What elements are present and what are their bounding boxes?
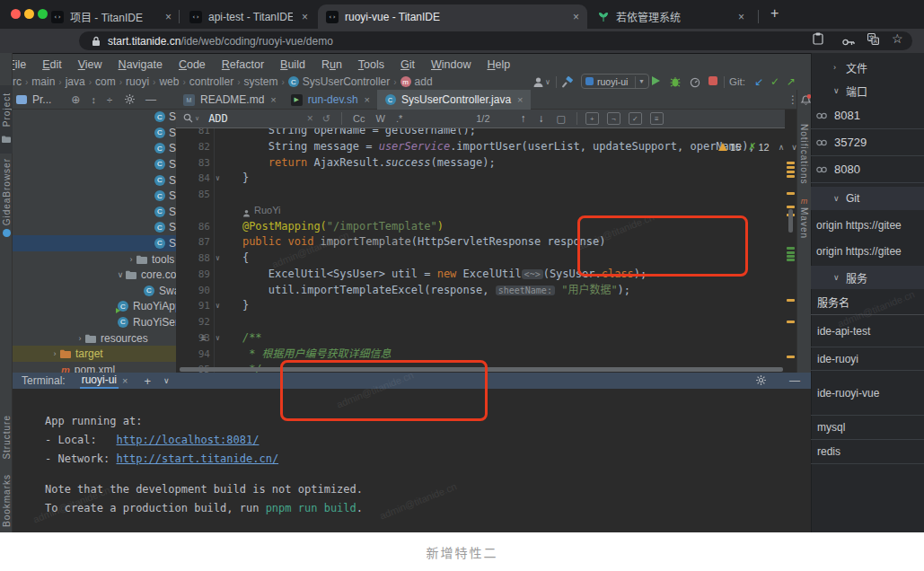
tree-item-RuoYiSer[interactable]: CRuoYiSer	[13, 314, 176, 330]
terminal-tab[interactable]: ruoyi-ui	[80, 373, 119, 389]
fold-marker-icon[interactable]: ∨	[216, 330, 220, 347]
menu-code[interactable]: Code	[171, 58, 214, 71]
breadcrumb-item[interactable]: main	[31, 75, 55, 88]
port-row[interactable]: 35729	[811, 129, 924, 156]
build-hammer-icon[interactable]	[562, 75, 575, 92]
breadcrumb-item[interactable]: ruoyi	[126, 75, 149, 88]
editor-tab[interactable]: ▶run-dev.sh×	[284, 90, 377, 110]
tree-item-tools[interactable]: ›tools	[13, 251, 176, 268]
toolwindow-maven[interactable]: Maven	[799, 207, 809, 239]
words-toggle[interactable]: W	[376, 113, 385, 124]
git-commit-icon[interactable]: ✓	[770, 75, 779, 88]
terminal-settings-gear-icon[interactable]	[756, 373, 766, 389]
fold-marker-icon[interactable]: ∨	[216, 171, 220, 187]
section-git[interactable]: ∨Git	[811, 187, 924, 210]
tree-class-row[interactable]: CS	[13, 235, 176, 251]
close-tab-icon[interactable]: ×	[564, 11, 579, 23]
more-options-icon[interactable]: ⋮	[788, 93, 798, 106]
match-case-toggle[interactable]: Cc	[353, 113, 365, 124]
translate-icon[interactable]: 文A	[867, 32, 879, 48]
menu-build[interactable]: Build	[272, 58, 313, 71]
find-clear-icon[interactable]: ×	[307, 112, 313, 125]
run-button[interactable]	[652, 76, 660, 85]
close-tab-icon[interactable]: ×	[156, 11, 172, 23]
key-icon[interactable]	[842, 34, 855, 50]
tree-class-row[interactable]: CS	[13, 172, 176, 189]
menu-git[interactable]: Git	[392, 58, 423, 71]
browser-tab[interactable]: ‹›api-test - TitanIDE×	[181, 4, 316, 29]
find-filter-icon[interactable]: +	[585, 112, 599, 125]
find-filter-icon[interactable]: ¬	[607, 112, 620, 125]
close-tab-icon[interactable]: ×	[729, 11, 744, 23]
terminal-link[interactable]: http://start.titanide.cn/	[116, 452, 278, 465]
editor-tab[interactable]: MREADME.md×	[176, 90, 284, 110]
hide-panel-icon[interactable]: —	[145, 93, 156, 106]
toolwindow-structure[interactable]: Structure	[0, 405, 13, 470]
port-row[interactable]: 8081	[811, 102, 924, 129]
author-inlay[interactable]: RuoYi	[254, 203, 281, 219]
tree-chevron-icon[interactable]: ›	[126, 255, 136, 264]
tree-item-core.co[interactable]: ∨core.co	[13, 267, 176, 283]
menu-window[interactable]: Window	[423, 58, 479, 71]
service-row[interactable]: mysql	[811, 416, 924, 440]
user-dropdown-chevron-icon[interactable]: ∨	[545, 78, 550, 86]
inspection-widget[interactable]: 15 ✗ 12 ∧ ∨	[718, 141, 797, 153]
toolwindow-bookmarks[interactable]: Bookmarks	[0, 471, 13, 531]
next-occurrence-icon[interactable]: ↓	[539, 112, 544, 125]
fold-marker-icon[interactable]: ∨	[216, 298, 220, 314]
port-row[interactable]: 8080	[811, 156, 924, 183]
tree-class-row[interactable]: CS	[13, 125, 176, 141]
service-row[interactable]: redis	[811, 440, 924, 464]
find-bar[interactable]: ∨ ADD × ↺ Cc W .* 1/2 ↑ ↓ ▢ +¬✓≡	[176, 110, 785, 128]
breadcrumb-item[interactable]: system	[244, 75, 278, 88]
bookmark-star-icon[interactable]: ☆	[892, 31, 903, 46]
address-bar[interactable]: start.titanide.cn/ide/web/coding/ruoyi-v…	[79, 31, 912, 50]
git-update-icon[interactable]: ↙	[754, 75, 763, 88]
new-tab-icon[interactable]: +	[770, 5, 779, 22]
section-files[interactable]: ›文件	[811, 56, 924, 79]
terminal-dropdown-icon[interactable]: ∨	[163, 376, 170, 385]
terminal-hide-icon[interactable]: —	[789, 374, 800, 387]
stop-button[interactable]	[708, 76, 717, 85]
tree-class-row[interactable]: CS	[13, 110, 176, 125]
tree-item-resources[interactable]: ›resources	[13, 330, 176, 347]
browser-tab[interactable]: ‹›ruoyi-vue - TitanIDE×	[318, 4, 587, 29]
select-all-occurrences-icon[interactable]: ▢	[557, 113, 566, 125]
service-row[interactable]: ide-ruoyi-vue	[811, 371, 924, 416]
git-push-icon[interactable]: ↗	[787, 75, 796, 88]
expand-all-icon[interactable]: ↕	[91, 94, 96, 105]
menu-refactor[interactable]: Refactor	[214, 58, 272, 71]
close-tab-icon[interactable]: ×	[270, 94, 276, 105]
breadcrumb-item[interactable]: com	[95, 75, 116, 88]
toolwindow-notifications[interactable]: Notifications	[799, 124, 809, 184]
scrollbar-thumb[interactable]	[788, 209, 793, 233]
tree-item-pom.xml[interactable]: mpom.xml	[13, 362, 176, 373]
regex-toggle[interactable]: .*	[396, 113, 402, 124]
locate-icon[interactable]: ⊕	[71, 93, 80, 106]
user-profile-icon[interactable]	[532, 75, 544, 92]
tree-class-row[interactable]: CS	[13, 188, 176, 204]
port-number[interactable]: 8081	[834, 109, 860, 122]
port-number[interactable]: 35729	[834, 136, 867, 149]
section-ports[interactable]: ∨端口	[811, 79, 924, 102]
toolwindow-project[interactable]: Project	[0, 85, 13, 154]
tree-chevron-icon[interactable]: ›	[49, 349, 60, 358]
toolwindow-gideabrowser[interactable]: GideaBrowser	[0, 154, 13, 242]
breadcrumb-class[interactable]: SysUserController	[303, 75, 390, 88]
run-configuration-select[interactable]: ruoyi-ui▼	[581, 74, 649, 89]
next-error-icon[interactable]: ∨	[791, 143, 797, 152]
breadcrumb-item[interactable]: controller	[189, 75, 233, 88]
close-window-icon[interactable]	[11, 9, 21, 19]
settings-gear-icon[interactable]	[125, 92, 135, 108]
menu-tools[interactable]: Tools	[350, 58, 392, 71]
tree-item-target[interactable]: ›target	[13, 346, 176, 362]
find-query[interactable]: ADD	[208, 112, 228, 125]
close-tab-icon[interactable]: ×	[293, 11, 308, 23]
minimize-window-icon[interactable]	[24, 9, 34, 19]
menu-navigate[interactable]: Navigate	[110, 58, 171, 71]
service-row[interactable]: ide-api-test	[811, 315, 924, 347]
menu-run[interactable]: Run	[313, 58, 350, 71]
clipboard-icon[interactable]	[813, 32, 823, 48]
fold-marker-icon[interactable]: ∨	[216, 250, 220, 267]
editor-tab[interactable]: CSysUserController.java×	[377, 90, 530, 110]
